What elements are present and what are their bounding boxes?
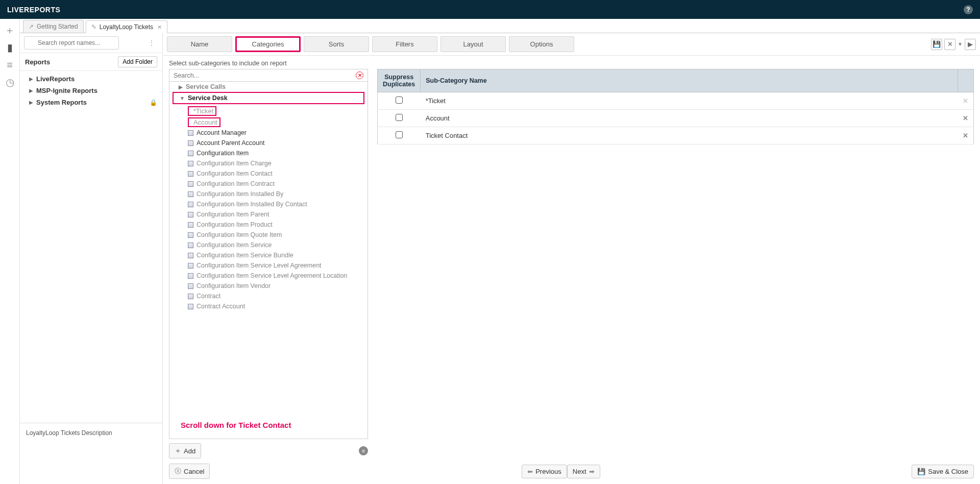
- tree-item[interactable]: Configuration Item Quote Item: [169, 230, 368, 240]
- tree-item[interactable]: Configuration Item Contract: [169, 179, 368, 189]
- config-tab-filters[interactable]: Filters: [372, 36, 437, 52]
- tree-item[interactable]: Configuration Item Contact: [169, 168, 368, 179]
- right-panel: Name Categories Sorts Filters Layout Opt…: [163, 33, 980, 484]
- remove-row-icon[interactable]: ✕: [958, 110, 974, 127]
- tree-item-label[interactable]: *Ticket: [193, 107, 213, 115]
- plus-icon[interactable]: ＋: [5, 25, 15, 35]
- run-icon[interactable]: ▶: [965, 39, 976, 50]
- tree-item[interactable]: Configuration Item Charge: [169, 158, 368, 168]
- tree-item-label: Configuration Item Installed By Contact: [197, 201, 307, 208]
- tree-item-label: Configuration Item Service Level Agreeme…: [197, 262, 322, 269]
- plus-icon: ＋: [175, 446, 181, 455]
- chevron-down-icon[interactable]: ▼: [958, 41, 963, 47]
- help-icon[interactable]: ?: [964, 5, 973, 14]
- table-row: Ticket Contact✕: [378, 127, 974, 144]
- tree-item[interactable]: Configuration Item Installed By: [169, 189, 368, 199]
- config-tab-categories[interactable]: Categories: [235, 36, 301, 52]
- nav-rail: ＋ ▮ ≡ ◷: [0, 19, 20, 484]
- remove-row-icon[interactable]: ✕: [958, 127, 974, 144]
- tree-item[interactable]: Configuration Item Service: [169, 240, 368, 250]
- save-icon[interactable]: 💾: [931, 39, 942, 50]
- config-tab-name[interactable]: Name: [167, 36, 232, 52]
- tree-scroll[interactable]: ▶ Service Calls ▼ Service Desk *TicketAc…: [169, 82, 368, 439]
- report-search-input[interactable]: [24, 36, 119, 50]
- add-button[interactable]: ＋ Add: [169, 443, 201, 458]
- tree-item[interactable]: Configuration Item Parent: [169, 209, 368, 220]
- tree-item[interactable]: Configuration Item Service Level Agreeme…: [169, 271, 368, 281]
- tree-item-label[interactable]: Account: [193, 118, 217, 126]
- list-icon[interactable]: ≡: [359, 446, 368, 455]
- tree-item-label: Configuration Item Quote Item: [197, 231, 282, 238]
- selected-table-panel: Suppress Duplicates Sub-Category Name *T…: [377, 69, 974, 458]
- tree-item[interactable]: Contract: [169, 291, 368, 301]
- export-x-icon[interactable]: ✕: [944, 39, 955, 50]
- tree-search-input[interactable]: [174, 72, 356, 79]
- config-tab-sorts[interactable]: Sorts: [304, 36, 369, 52]
- tree-item[interactable]: Configuration Item Service Bundle: [169, 250, 368, 260]
- tree-item-label: Configuration Item Parent: [197, 211, 269, 218]
- save-close-button[interactable]: 💾 Save & Close: [912, 465, 974, 478]
- category-icon: [188, 222, 193, 228]
- subcategory-name: *Ticket: [421, 92, 958, 110]
- tree-item[interactable]: Configuration Item Service Level Agreeme…: [169, 260, 368, 271]
- subcategory-name: Ticket Contact: [421, 127, 958, 144]
- highlight-service-desk: ▼ Service Desk: [173, 92, 364, 104]
- category-icon: [188, 273, 193, 279]
- chevron-right-icon: ▶: [179, 84, 183, 90]
- category-icon: [188, 202, 193, 207]
- chevron-right-icon: ▶: [29, 76, 33, 82]
- category-icon: [188, 181, 193, 187]
- tree-group-service-calls[interactable]: ▶ Service Calls: [169, 82, 368, 92]
- pencil-icon: ✎: [91, 23, 96, 31]
- chevron-down-icon: ▼: [180, 95, 185, 101]
- next-button[interactable]: Next ➡: [567, 465, 600, 478]
- tree-item[interactable]: Configuration Item Vendor: [169, 281, 368, 291]
- tree-group-service-desk[interactable]: ▼ Service Desk: [174, 93, 363, 103]
- instructions-text: Select sub-categories to include on repo…: [163, 56, 980, 69]
- suppress-checkbox[interactable]: [396, 114, 403, 121]
- tree-item-label: Contract: [197, 293, 220, 300]
- tab-strip: ↗ Getting Started ✎ LoyaltyLoop Tickets …: [20, 19, 980, 33]
- footer-bar: ⓧ Cancel ⬅ Previous Next ➡ 💾: [163, 458, 980, 484]
- tree-item[interactable]: Contract Account: [169, 301, 368, 311]
- tree-item[interactable]: Configuration Item: [169, 148, 368, 158]
- tab-loyaltyloop-tickets[interactable]: ✎ LoyaltyLoop Tickets ✕: [86, 20, 167, 33]
- tab-label: Getting Started: [37, 23, 78, 30]
- tree-search-row: ✕: [169, 69, 368, 82]
- suppress-checkbox[interactable]: [396, 96, 403, 104]
- col-remove: [958, 69, 974, 92]
- close-icon[interactable]: ✕: [157, 24, 162, 31]
- highlight-tree-item: Account: [188, 117, 220, 127]
- category-icon: [188, 232, 193, 238]
- add-folder-button[interactable]: Add Folder: [118, 56, 157, 67]
- folder-msp-ignite[interactable]: ▶ MSP-Ignite Reports: [20, 85, 162, 96]
- config-tab-layout[interactable]: Layout: [440, 36, 506, 52]
- cancel-button[interactable]: ⓧ Cancel: [169, 464, 210, 479]
- tree-item-label: Configuration Item Charge: [197, 160, 272, 167]
- config-tab-options[interactable]: Options: [509, 36, 574, 52]
- suppress-checkbox[interactable]: [396, 131, 403, 138]
- table-row: Account✕: [378, 110, 974, 127]
- previous-button[interactable]: ⬅ Previous: [522, 465, 567, 478]
- database-icon[interactable]: ≡: [7, 60, 13, 70]
- tree-item[interactable]: Account Manager: [169, 128, 368, 138]
- subcategory-name: Account: [421, 110, 958, 127]
- more-icon[interactable]: ⋮: [148, 39, 155, 47]
- tree-item[interactable]: Configuration Item Installed By Contact: [169, 199, 368, 209]
- left-panel: 🔍 ⋮ Reports Add Folder ▶ LiveReports ▶: [20, 33, 163, 484]
- folder-system-reports[interactable]: ▶ System Reports 🔒: [20, 96, 162, 108]
- chevron-right-icon: ▶: [29, 100, 33, 105]
- category-icon: [188, 171, 193, 177]
- folder-livereports[interactable]: ▶ LiveReports: [20, 73, 162, 85]
- clear-search-icon[interactable]: ✕: [356, 71, 363, 79]
- app-title: LIVEREPORTS: [7, 6, 60, 14]
- config-tab-bar: Name Categories Sorts Filters Layout Opt…: [163, 33, 980, 56]
- tree-item-label: Account Manager: [197, 129, 247, 136]
- selected-subcategories-table: Suppress Duplicates Sub-Category Name *T…: [377, 69, 974, 144]
- tab-label: LoyaltyLoop Tickets: [100, 23, 153, 31]
- tree-item[interactable]: Configuration Item Product: [169, 220, 368, 230]
- tree-item[interactable]: Account Parent Account: [169, 138, 368, 148]
- tab-getting-started[interactable]: ↗ Getting Started: [23, 20, 84, 33]
- document-icon[interactable]: ▮: [7, 42, 13, 53]
- clock-icon[interactable]: ◷: [6, 77, 14, 87]
